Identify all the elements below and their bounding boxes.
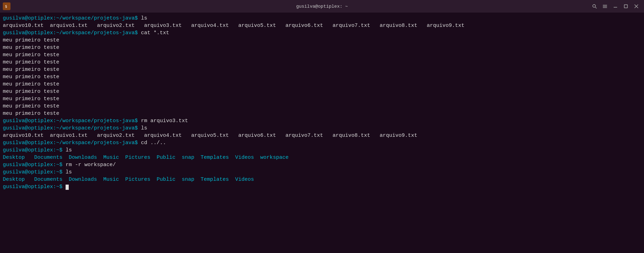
command-1: ls (138, 15, 147, 21)
line-12: meu primeiro teste (3, 95, 641, 103)
svg-rect-6 (603, 7, 607, 8)
prompt-9: gusilva@optiplex:~$ (3, 184, 62, 190)
line-16: gusilva@optiplex:~/workspace/projetos-ja… (3, 125, 641, 132)
terminal-content[interactable]: gusilva@optiplex:~/workspace/projetos-ja… (0, 13, 644, 253)
svg-line-3 (596, 7, 597, 9)
line-24: gusilva@optiplex:~$ (3, 183, 641, 191)
dir-listing-2: Desktop Documents Downloads Music Pictur… (3, 177, 254, 183)
line-20: Desktop Documents Downloads Music Pictur… (3, 154, 641, 161)
prompt-4: gusilva@optiplex:~/workspace/projetos-ja… (3, 125, 138, 131)
svg-rect-8 (624, 5, 628, 8)
prompt-5: gusilva@optiplex:~/workspace/projetos-ja… (3, 140, 138, 146)
titlebar-title: gusilva@optiplex: ~ (296, 4, 348, 9)
line-18: gusilva@optiplex:~/workspace/projetos-ja… (3, 139, 641, 147)
prompt-7: gusilva@optiplex:~$ (3, 162, 62, 168)
line-5: meu primeiro teste (3, 44, 641, 51)
command-3: rm arquivo3.txt (138, 118, 188, 124)
prompt-8: gusilva@optiplex:~$ (3, 169, 62, 175)
line-15: gusilva@optiplex:~/workspace/projetos-ja… (3, 117, 641, 125)
command-7: rm -r workspace/ (62, 162, 116, 168)
output-1: arquivo10.txt arquivo1.txt arquivo2.txt … (3, 23, 464, 29)
prompt-2: gusilva@optiplex:~/workspace/projetos-ja… (3, 30, 138, 36)
command-8: ls (62, 169, 72, 175)
line-6: meu primeiro teste (3, 51, 641, 59)
line-4: meu primeiro teste (3, 37, 641, 44)
line-23: Desktop Documents Downloads Music Pictur… (3, 176, 641, 183)
command-5: cd ../.. (138, 140, 166, 146)
svg-text:$: $ (5, 4, 7, 9)
prompt-3: gusilva@optiplex:~/workspace/projetos-ja… (3, 118, 138, 124)
line-9: meu primeiro teste (3, 73, 641, 81)
line-17: arquivo10.txt arquivo1.txt arquivo2.txt … (3, 132, 641, 139)
svg-rect-5 (603, 6, 607, 7)
command-4: ls (138, 125, 147, 131)
svg-rect-4 (603, 5, 607, 6)
app-icon: $ (3, 2, 10, 10)
titlebar-left: $ (3, 2, 10, 10)
titlebar: $ gusilva@optiplex: ~ (0, 0, 644, 13)
prompt-6: gusilva@optiplex:~$ (3, 147, 62, 153)
close-button[interactable] (631, 1, 641, 11)
line-14: meu primeiro teste (3, 110, 641, 117)
line-2: arquivo10.txt arquivo1.txt arquivo2.txt … (3, 22, 641, 29)
menu-button[interactable] (600, 1, 610, 11)
svg-point-2 (593, 5, 596, 7)
prompt-1: gusilva@optiplex:~/workspace/projetos-ja… (3, 15, 138, 21)
command-9 (62, 184, 66, 190)
line-19: gusilva@optiplex:~$ ls (3, 147, 641, 154)
titlebar-buttons (590, 1, 641, 11)
output-2: arquivo10.txt arquivo1.txt arquivo2.txt … (3, 133, 417, 139)
search-button[interactable] (590, 1, 599, 11)
line-1: gusilva@optiplex:~/workspace/projetos-ja… (3, 15, 641, 22)
cursor (66, 185, 69, 190)
command-2: cat *.txt (138, 30, 169, 36)
line-22: gusilva@optiplex:~$ ls (3, 169, 641, 176)
maximize-button[interactable] (621, 1, 631, 11)
line-13: meu primeiro teste (3, 103, 641, 110)
line-7: meu primeiro teste (3, 59, 641, 66)
line-3: gusilva@optiplex:~/workspace/projetos-ja… (3, 29, 641, 37)
command-6: ls (62, 147, 72, 153)
dir-listing-1: Desktop Documents Downloads Music Pictur… (3, 155, 289, 161)
terminal-window: $ gusilva@optiplex: ~ (0, 0, 644, 253)
minimize-button[interactable] (611, 1, 620, 11)
line-10: meu primeiro teste (3, 81, 641, 88)
line-21: gusilva@optiplex:~$ rm -r workspace/ (3, 161, 641, 169)
line-11: meu primeiro teste (3, 88, 641, 95)
line-8: meu primeiro teste (3, 66, 641, 73)
svg-rect-7 (614, 7, 617, 8)
